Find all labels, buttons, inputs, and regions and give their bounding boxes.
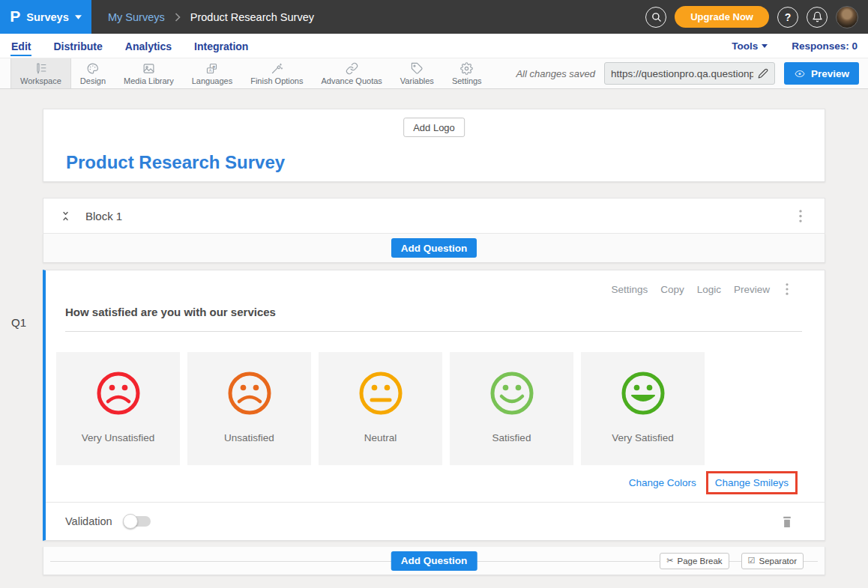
add-question-strip: Add Question: [43, 234, 825, 263]
block-title[interactable]: Block 1: [85, 210, 122, 222]
question-card: SettingsCopyLogicPreview How satisfied a…: [43, 270, 825, 541]
toolbar-item-label: Variables: [400, 76, 434, 85]
question-actions: SettingsCopyLogicPreview: [46, 270, 825, 297]
separator-button[interactable]: ☑ Separator: [741, 553, 804, 569]
block-menu-kebab-icon[interactable]: [796, 208, 805, 224]
questionpro-logo-icon: P: [10, 8, 20, 24]
change-smileys-link[interactable]: Change Smileys: [715, 477, 789, 488]
tools-menu[interactable]: Tools: [732, 40, 768, 52]
caret-down-icon: [762, 44, 768, 48]
survey-url-input[interactable]: [611, 68, 753, 79]
top-header: P Surveys My Surveys Product Research Su…: [0, 0, 868, 34]
product-name: Surveys: [26, 11, 68, 23]
media-library-icon: [142, 62, 155, 75]
scale-option-satisfied[interactable]: Satisfied: [450, 352, 573, 465]
scale-option-very-unsatisfied[interactable]: Very Unsatisfied: [56, 352, 180, 465]
sad-smiley-icon: [226, 370, 273, 416]
page-break-button[interactable]: ✂ Page Break: [660, 553, 729, 569]
toolbar-item-finish-options[interactable]: Finish Options: [241, 58, 312, 88]
very-happy-smiley-icon: [620, 370, 666, 416]
happy-smiley-icon: [489, 370, 535, 416]
smiley-options-row: Change Colors Change Smileys: [46, 471, 798, 494]
toolbar-item-label: Advance Quotas: [321, 76, 382, 85]
question-action-logic[interactable]: Logic: [697, 284, 721, 295]
add-question-button-top[interactable]: Add Question: [391, 238, 477, 258]
advance-quotas-icon: [346, 62, 358, 75]
survey-nav: EditDistributeAnalyticsIntegration Tools…: [0, 34, 868, 58]
eye-icon: [794, 69, 806, 79]
bell-icon: [812, 11, 823, 22]
toolbar-items: WorkspaceDesignMedia Library✱ALanguagesF…: [10, 58, 491, 88]
nav-tabs: EditDistributeAnalyticsIntegration: [10, 36, 270, 56]
tools-label: Tools: [732, 40, 758, 52]
validation-label: Validation: [65, 515, 112, 527]
tab-edit[interactable]: Edit: [10, 36, 31, 56]
block-footer: Add Question ✂ Page Break ☑ Separator: [43, 547, 825, 575]
tab-analytics[interactable]: Analytics: [124, 36, 172, 56]
validation-toggle[interactable]: [123, 514, 152, 529]
smiley-scale: Very Unsatisfied Unsatisfied Neutral Sat…: [56, 352, 825, 465]
add-logo-button[interactable]: Add Logo: [403, 118, 465, 137]
toolbar-item-design[interactable]: Design: [71, 58, 115, 88]
collapse-block-icon[interactable]: [60, 210, 71, 222]
question-action-preview[interactable]: Preview: [734, 284, 770, 295]
question-action-settings[interactable]: Settings: [611, 284, 648, 295]
workspace-icon: [34, 62, 47, 75]
tab-distribute[interactable]: Distribute: [52, 36, 103, 56]
design-icon: [86, 62, 99, 75]
toolbar-right: All changes saved Preview: [516, 58, 861, 88]
scale-option-unsatisfied[interactable]: Unsatisfied: [187, 352, 311, 465]
scale-option-neutral[interactable]: Neutral: [319, 352, 442, 465]
edit-url-pencil-icon[interactable]: [758, 68, 768, 79]
question-action-copy[interactable]: Copy: [660, 284, 684, 295]
variables-icon: [411, 62, 424, 75]
scale-option-label: Very Unsatisfied: [82, 432, 155, 443]
toolbar-item-label: Workspace: [20, 76, 61, 85]
scale-option-label: Satisfied: [492, 432, 531, 443]
block-card: Block 1 Add Question SettingsCopyLogicPr…: [43, 198, 825, 575]
scale-option-label: Very Satisfied: [612, 432, 674, 443]
search-button[interactable]: [645, 7, 666, 28]
finish-options-icon: [271, 62, 283, 75]
search-icon: [651, 11, 662, 22]
footer-tools: ✂ Page Break ☑ Separator: [660, 553, 804, 569]
responses-count[interactable]: Responses: 0: [792, 40, 858, 52]
toolbar-item-workspace[interactable]: Workspace: [10, 58, 71, 88]
toolbar-item-label: Settings: [452, 76, 482, 85]
toolbar-item-label: Design: [80, 76, 106, 85]
add-question-button-bottom[interactable]: Add Question: [391, 551, 477, 571]
header-actions: Upgrade Now ?: [645, 6, 868, 28]
checkbox-checked-icon: ☑: [748, 556, 756, 566]
question-text[interactable]: How satisfied are you with our services: [65, 306, 802, 332]
block-header: Block 1: [43, 198, 825, 234]
toolbar-item-label: Finish Options: [250, 76, 303, 85]
sad-smiley-icon: [95, 370, 142, 416]
question-menu-kebab-icon[interactable]: [783, 282, 792, 297]
preview-button[interactable]: Preview: [784, 62, 859, 85]
notifications-button[interactable]: [807, 7, 828, 28]
scale-option-very-satisfied[interactable]: Very Satisfied: [581, 352, 705, 465]
languages-icon: ✱A: [205, 62, 218, 75]
separator-label: Separator: [759, 557, 797, 566]
delete-question-trash-icon[interactable]: [781, 515, 793, 529]
toolbar-item-label: Languages: [192, 76, 232, 85]
toolbar-item-variables[interactable]: Variables: [391, 58, 443, 88]
autosave-status: All changes saved: [516, 68, 595, 79]
preview-label: Preview: [811, 68, 849, 79]
workspace-toolbar: WorkspaceDesignMedia Library✱ALanguagesF…: [0, 58, 868, 89]
tab-integration[interactable]: Integration: [193, 36, 249, 56]
breadcrumb-my-surveys[interactable]: My Surveys: [108, 11, 165, 23]
upgrade-now-button[interactable]: Upgrade Now: [675, 6, 769, 28]
chevron-right-icon: [175, 13, 181, 22]
app-switcher[interactable]: P Surveys: [0, 0, 91, 34]
toolbar-item-media-library[interactable]: Media Library: [115, 58, 183, 88]
toolbar-item-settings[interactable]: Settings: [443, 58, 491, 88]
breadcrumb-current-survey: Product Research Survey: [190, 11, 314, 23]
svg-text:A: A: [209, 68, 212, 73]
survey-title[interactable]: Product Research Survey: [66, 152, 285, 173]
help-button[interactable]: ?: [777, 7, 798, 28]
change-colors-link[interactable]: Change Colors: [629, 477, 696, 488]
toolbar-item-languages[interactable]: ✱ALanguages: [183, 58, 241, 88]
toolbar-item-advance-quotas[interactable]: Advance Quotas: [312, 58, 391, 88]
avatar[interactable]: [836, 6, 858, 28]
